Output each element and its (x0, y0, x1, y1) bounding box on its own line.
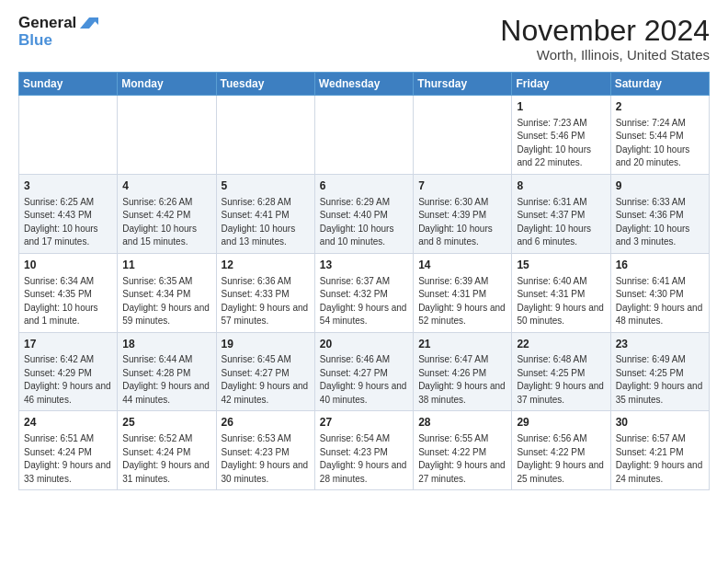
day-number: 8 (517, 178, 605, 194)
calendar-cell-w4-d1: 17Sunrise: 6:42 AMSunset: 4:29 PMDayligh… (19, 332, 118, 411)
calendar-cell-w5-d2: 25Sunrise: 6:52 AMSunset: 4:24 PMDayligh… (118, 411, 216, 490)
calendar-week-2: 3Sunrise: 6:25 AMSunset: 4:43 PMDaylight… (19, 174, 710, 253)
day-info: Sunrise: 6:39 AMSunset: 4:31 PMDaylight:… (418, 276, 506, 327)
day-info: Sunrise: 6:30 AMSunset: 4:39 PMDaylight:… (418, 197, 493, 247)
calendar-cell-w5-d4: 27Sunrise: 6:54 AMSunset: 4:23 PMDayligh… (314, 411, 413, 490)
calendar-cell-w5-d7: 30Sunrise: 6:57 AMSunset: 4:21 PMDayligh… (610, 411, 709, 490)
day-info: Sunrise: 6:33 AMSunset: 4:36 PMDaylight:… (616, 197, 690, 247)
day-number: 6 (320, 178, 408, 194)
day-info: Sunrise: 6:35 AMSunset: 4:34 PMDaylight:… (122, 276, 210, 327)
calendar-cell-w1-d6: 1Sunrise: 7:23 AMSunset: 5:46 PMDaylight… (512, 96, 610, 175)
logo: General Blue (18, 15, 98, 49)
calendar-cell-w1-d1 (19, 96, 118, 175)
day-info: Sunrise: 6:34 AMSunset: 4:35 PMDaylight:… (24, 276, 98, 327)
calendar-cell-w5-d1: 24Sunrise: 6:51 AMSunset: 4:24 PMDayligh… (19, 411, 118, 490)
day-info: Sunrise: 7:23 AMSunset: 5:46 PMDaylight:… (517, 118, 591, 168)
calendar-cell-w1-d4 (314, 96, 413, 175)
location: Worth, Illinois, United States (500, 47, 710, 63)
calendar-cell-w3-d3: 12Sunrise: 6:36 AMSunset: 4:33 PMDayligh… (216, 253, 314, 332)
day-number: 19 (222, 337, 310, 352)
day-info: Sunrise: 6:31 AMSunset: 4:37 PMDaylight:… (517, 197, 591, 247)
day-info: Sunrise: 6:41 AMSunset: 4:30 PMDaylight:… (616, 276, 703, 327)
day-number: 1 (517, 99, 605, 115)
header-friday: Friday (512, 73, 610, 96)
day-number: 30 (616, 415, 704, 431)
day-info: Sunrise: 6:53 AMSunset: 4:23 PMDaylight:… (222, 433, 309, 484)
header-sunday: Sunday (19, 73, 118, 96)
day-info: Sunrise: 6:56 AMSunset: 4:22 PMDaylight:… (517, 433, 604, 484)
header-monday: Monday (118, 73, 216, 96)
day-number: 23 (616, 337, 704, 352)
calendar-week-4: 17Sunrise: 6:42 AMSunset: 4:29 PMDayligh… (19, 332, 710, 411)
day-number: 18 (122, 337, 210, 352)
calendar-cell-w1-d2 (118, 96, 216, 175)
day-info: Sunrise: 6:29 AMSunset: 4:40 PMDaylight:… (320, 197, 394, 247)
day-number: 11 (122, 258, 210, 273)
day-info: Sunrise: 6:48 AMSunset: 4:25 PMDaylight:… (517, 354, 604, 405)
main-container: General Blue November 2024 Worth, Illino… (0, 0, 728, 500)
day-info: Sunrise: 6:25 AMSunset: 4:43 PMDaylight:… (24, 197, 98, 247)
day-number: 12 (222, 258, 310, 273)
calendar-cell-w5-d5: 28Sunrise: 6:55 AMSunset: 4:22 PMDayligh… (414, 411, 512, 490)
day-info: Sunrise: 6:28 AMSunset: 4:41 PMDaylight:… (222, 197, 296, 247)
calendar-cell-w2-d1: 3Sunrise: 6:25 AMSunset: 4:43 PMDaylight… (19, 174, 118, 253)
calendar-cell-w3-d2: 11Sunrise: 6:35 AMSunset: 4:34 PMDayligh… (118, 253, 216, 332)
day-info: Sunrise: 6:51 AMSunset: 4:24 PMDaylight:… (24, 433, 111, 484)
calendar-week-3: 10Sunrise: 6:34 AMSunset: 4:35 PMDayligh… (19, 253, 710, 332)
day-info: Sunrise: 6:42 AMSunset: 4:29 PMDaylight:… (24, 354, 111, 405)
day-number: 20 (320, 337, 408, 352)
day-number: 29 (517, 415, 605, 431)
header-row: General Blue November 2024 Worth, Illino… (18, 15, 710, 63)
day-number: 13 (320, 258, 408, 273)
day-number: 3 (24, 178, 112, 194)
day-info: Sunrise: 6:54 AMSunset: 4:23 PMDaylight:… (320, 433, 407, 484)
header-tuesday: Tuesday (216, 73, 314, 96)
day-info: Sunrise: 6:40 AMSunset: 4:31 PMDaylight:… (517, 276, 604, 327)
calendar-cell-w3-d7: 16Sunrise: 6:41 AMSunset: 4:30 PMDayligh… (610, 253, 709, 332)
calendar-cell-w4-d4: 20Sunrise: 6:46 AMSunset: 4:27 PMDayligh… (314, 332, 413, 411)
day-number: 4 (122, 178, 210, 194)
day-number: 15 (517, 258, 605, 273)
calendar-cell-w4-d7: 23Sunrise: 6:49 AMSunset: 4:25 PMDayligh… (610, 332, 709, 411)
day-number: 10 (24, 258, 112, 273)
day-info: Sunrise: 6:37 AMSunset: 4:32 PMDaylight:… (320, 276, 407, 327)
calendar-cell-w4-d3: 19Sunrise: 6:45 AMSunset: 4:27 PMDayligh… (216, 332, 314, 411)
day-number: 27 (320, 415, 408, 431)
day-info: Sunrise: 6:36 AMSunset: 4:33 PMDaylight:… (222, 276, 309, 327)
calendar-cell-w4-d6: 22Sunrise: 6:48 AMSunset: 4:25 PMDayligh… (512, 332, 610, 411)
day-number: 28 (418, 415, 506, 431)
calendar-cell-w2-d5: 7Sunrise: 6:30 AMSunset: 4:39 PMDaylight… (414, 174, 512, 253)
day-info: Sunrise: 6:57 AMSunset: 4:21 PMDaylight:… (616, 433, 703, 484)
day-number: 16 (616, 258, 704, 273)
calendar-cell-w3-d4: 13Sunrise: 6:37 AMSunset: 4:32 PMDayligh… (314, 253, 413, 332)
day-info: Sunrise: 7:24 AMSunset: 5:44 PMDaylight:… (616, 118, 690, 168)
title-block: November 2024 Worth, Illinois, United St… (500, 15, 710, 63)
calendar-week-5: 24Sunrise: 6:51 AMSunset: 4:24 PMDayligh… (19, 411, 710, 490)
day-number: 17 (24, 337, 112, 352)
day-number: 5 (222, 178, 310, 194)
day-number: 9 (616, 178, 704, 194)
day-number: 26 (222, 415, 310, 431)
day-number: 7 (418, 178, 506, 194)
calendar-cell-w2-d7: 9Sunrise: 6:33 AMSunset: 4:36 PMDaylight… (610, 174, 709, 253)
day-info: Sunrise: 6:47 AMSunset: 4:26 PMDaylight:… (418, 354, 506, 405)
calendar-cell-w2-d6: 8Sunrise: 6:31 AMSunset: 4:37 PMDaylight… (512, 174, 610, 253)
day-info: Sunrise: 6:52 AMSunset: 4:24 PMDaylight:… (122, 433, 210, 484)
calendar-cell-w4-d5: 21Sunrise: 6:47 AMSunset: 4:26 PMDayligh… (414, 332, 512, 411)
day-number: 14 (418, 258, 506, 273)
calendar-cell-w4-d2: 18Sunrise: 6:44 AMSunset: 4:28 PMDayligh… (118, 332, 216, 411)
calendar-week-1: 1Sunrise: 7:23 AMSunset: 5:46 PMDaylight… (19, 96, 710, 175)
day-info: Sunrise: 6:44 AMSunset: 4:28 PMDaylight:… (122, 354, 210, 405)
day-number: 24 (24, 415, 112, 431)
day-number: 25 (122, 415, 210, 431)
day-number: 21 (418, 337, 506, 352)
day-number: 22 (517, 337, 605, 352)
calendar-table: Sunday Monday Tuesday Wednesday Thursday… (18, 72, 710, 490)
day-info: Sunrise: 6:55 AMSunset: 4:22 PMDaylight:… (418, 433, 506, 484)
calendar-cell-w2-d3: 5Sunrise: 6:28 AMSunset: 4:41 PMDaylight… (216, 174, 314, 253)
logo-chevron-icon (78, 16, 98, 30)
month-title: November 2024 (500, 15, 710, 47)
calendar-cell-w3-d6: 15Sunrise: 6:40 AMSunset: 4:31 PMDayligh… (512, 253, 610, 332)
calendar-cell-w2-d2: 4Sunrise: 6:26 AMSunset: 4:42 PMDaylight… (118, 174, 216, 253)
calendar-cell-w1-d3 (216, 96, 314, 175)
